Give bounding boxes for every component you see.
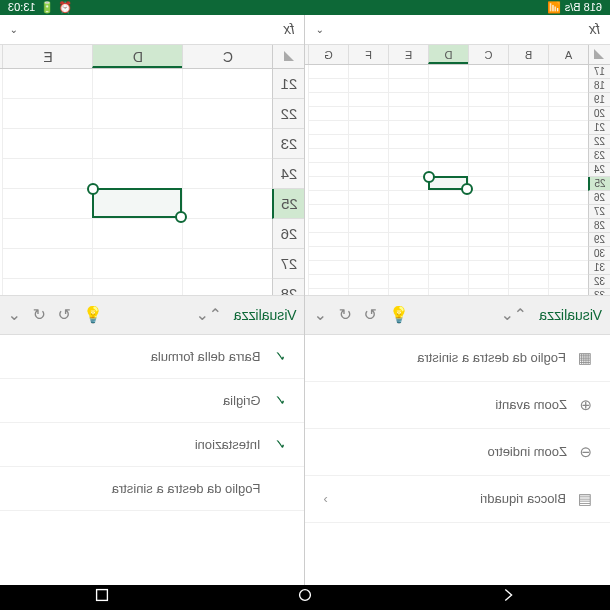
cell[interactable] [348,93,388,107]
cell[interactable] [3,99,93,129]
cell[interactable] [468,163,508,177]
menu-headings[interactable]: Intestazioni [0,423,305,467]
cell[interactable] [548,149,588,163]
cell[interactable] [548,65,588,79]
cell[interactable] [348,205,388,219]
cell[interactable] [308,219,348,233]
cell[interactable] [428,65,468,79]
row-header[interactable]: 18 [588,79,610,93]
chevron-up-down-icon[interactable]: ⌃⌄ [501,305,527,324]
cell[interactable] [308,289,348,295]
cell[interactable] [548,177,588,191]
cell[interactable] [548,275,588,289]
cell[interactable] [468,289,508,295]
cell[interactable] [348,149,388,163]
row-header[interactable]: 25 [588,177,610,191]
cell[interactable] [468,93,508,107]
cell[interactable] [388,149,428,163]
cell[interactable] [508,135,548,149]
view-tab[interactable]: Visualizza [539,307,602,323]
cell[interactable] [183,219,273,249]
cell[interactable] [468,261,508,275]
cell[interactable] [468,205,508,219]
cell[interactable] [388,275,428,289]
cell[interactable] [468,247,508,261]
cell[interactable] [428,107,468,121]
row-header[interactable]: 27 [588,205,610,219]
menu-zoom-in[interactable]: ⊕ Zoom avanti [306,382,611,429]
cell[interactable] [428,289,468,295]
undo-icon[interactable]: ↺ [33,305,46,324]
cell[interactable] [468,177,508,191]
row-header[interactable]: 24 [273,159,305,189]
row-header[interactable]: 19 [588,93,610,107]
menu-gridlines[interactable]: Griglia [0,379,305,423]
cell[interactable] [183,189,273,219]
cell[interactable] [308,177,348,191]
cell[interactable] [93,69,183,99]
cell[interactable] [93,99,183,129]
cell[interactable] [308,163,348,177]
cell[interactable] [508,233,548,247]
cell[interactable] [348,233,388,247]
cell[interactable] [308,135,348,149]
cell[interactable] [3,69,93,99]
cell[interactable] [308,121,348,135]
cell[interactable] [348,79,388,93]
cell[interactable] [3,249,93,279]
col-header-selected[interactable]: D [428,45,468,64]
cell[interactable] [3,279,93,295]
col-header[interactable]: E [388,45,428,64]
cell[interactable] [468,191,508,205]
cell[interactable] [388,163,428,177]
cell[interactable] [308,65,348,79]
view-tab[interactable]: Visualizza [234,307,297,323]
cell[interactable] [428,121,468,135]
row-header[interactable]: 20 [588,107,610,121]
row-header[interactable]: 28 [273,279,305,295]
cell[interactable] [468,149,508,163]
cell[interactable] [348,261,388,275]
select-all-corner[interactable] [588,45,610,64]
selection-handle[interactable] [461,183,473,195]
cell[interactable] [388,205,428,219]
cell[interactable] [548,121,588,135]
col-header[interactable]: E [3,45,93,68]
cell[interactable] [308,107,348,121]
row-header[interactable]: 33 [588,289,610,295]
cell[interactable] [388,107,428,121]
cell[interactable] [93,129,183,159]
cell[interactable] [348,219,388,233]
cell[interactable] [388,65,428,79]
col-header[interactable]: F [348,45,388,64]
cell[interactable] [508,65,548,79]
menu-formula-bar[interactable]: Barra della formula [0,335,305,379]
cell[interactable] [428,79,468,93]
home-button[interactable] [296,586,314,608]
redo-icon[interactable]: ↻ [58,305,71,324]
cell[interactable] [388,93,428,107]
cell[interactable] [183,159,273,189]
cell[interactable] [348,177,388,191]
cell[interactable] [508,247,548,261]
col-header-selected[interactable]: D [93,45,183,68]
cell[interactable] [428,275,468,289]
selection-handle[interactable] [423,171,435,183]
cell[interactable] [548,261,588,275]
cell[interactable] [348,191,388,205]
cell[interactable] [3,159,93,189]
chevron-down-icon[interactable]: ⌄ [10,24,18,35]
cell[interactable] [308,205,348,219]
row-header[interactable]: 21 [273,69,305,99]
cell-selection[interactable] [93,188,183,218]
cell[interactable] [388,247,428,261]
cell[interactable] [468,135,508,149]
cell[interactable] [548,233,588,247]
cell[interactable] [348,107,388,121]
cell[interactable] [468,79,508,93]
cell[interactable] [388,289,428,295]
cell[interactable] [428,93,468,107]
col-header[interactable]: C [183,45,273,68]
cell[interactable] [468,107,508,121]
undo-icon[interactable]: ↺ [339,305,352,324]
